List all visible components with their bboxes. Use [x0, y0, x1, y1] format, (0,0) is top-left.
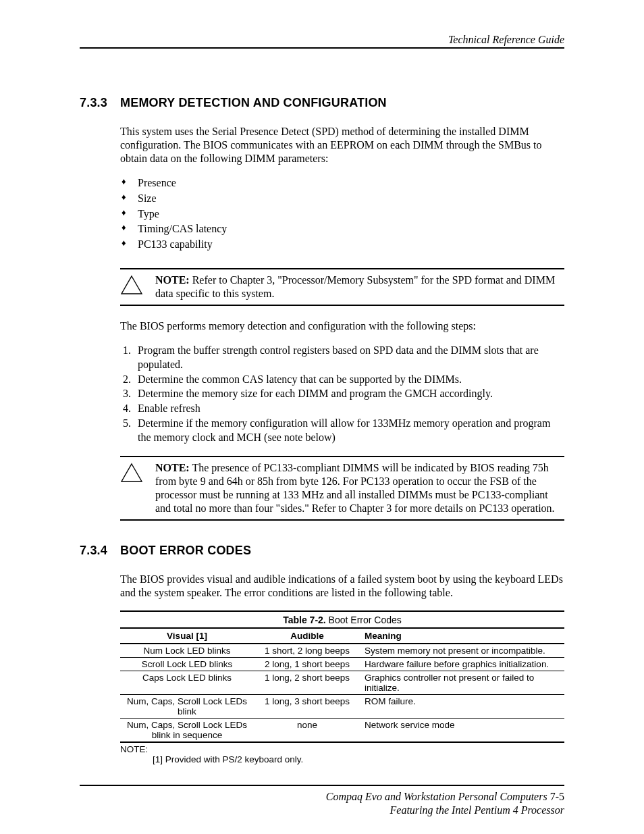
table-caption: Table 7-2. Boot Error Codes	[120, 611, 564, 628]
section-number: 7.3.3	[80, 96, 120, 110]
note-text: NOTE: The presence of PC133-compliant DI…	[155, 461, 564, 515]
note-body: Refer to Chapter 3, "Processor/Memory Su…	[155, 274, 555, 299]
section-7-3-3-body: This system uses the Serial Presence Det…	[120, 125, 564, 521]
page: Technical Reference Guide 7.3.3 MEMORY D…	[0, 0, 644, 834]
caution-triangle-icon	[120, 273, 155, 295]
list-item: Size	[120, 192, 564, 206]
table-header-row: Visual [1] Audible Meaning	[120, 628, 564, 644]
cell-visual: Num, Caps, Scroll Lock LEDs blink	[120, 694, 254, 718]
mid-paragraph: The BIOS performs memory detection and c…	[120, 319, 564, 333]
cell-audible: 1 short, 2 long beeps	[254, 644, 360, 658]
note-body: The presence of PC133-compliant DIMMS wi…	[155, 462, 555, 514]
caution-triangle-icon	[120, 461, 155, 483]
table-row: Num, Caps, Scroll Lock LEDs blink 1 long…	[120, 694, 564, 718]
page-footer: Compaq Evo and Workstation Personal Comp…	[80, 785, 564, 818]
bios-steps-list: Program the buffer strength control regi…	[120, 344, 564, 445]
note-box-2: NOTE: The presence of PC133-compliant DI…	[120, 456, 564, 521]
cell-audible: 1 long, 2 short beeps	[254, 671, 360, 694]
dimm-param-list: Presence Size Type Timing/CAS latency PC…	[120, 176, 564, 252]
footer-subtitle: Featuring the Intel Pentium 4 Processor	[80, 804, 564, 818]
list-item: Timing/CAS latency	[120, 222, 564, 236]
list-item: Enable refresh	[134, 402, 564, 416]
note-label: NOTE:	[155, 274, 190, 286]
intro-paragraph: This system uses the Serial Presence Det…	[120, 125, 564, 165]
running-header: Technical Reference Guide	[80, 34, 564, 49]
cell-audible: none	[254, 718, 360, 742]
note-box-1: NOTE: Refer to Chapter 3, "Processor/Mem…	[120, 268, 564, 306]
note-text: NOTE: Refer to Chapter 3, "Processor/Mem…	[155, 273, 564, 301]
section-7-3-3-heading: 7.3.3 MEMORY DETECTION AND CONFIGURATION	[80, 96, 564, 110]
table-row: Caps Lock LED blinks 1 long, 2 short bee…	[120, 671, 564, 694]
table-row: Num, Caps, Scroll Lock LEDs blink in seq…	[120, 718, 564, 742]
list-item: Determine if the memory configuration wi…	[134, 417, 564, 445]
cell-visual: Caps Lock LED blinks	[120, 671, 254, 694]
section-7-3-4-heading: 7.3.4 BOOT ERROR CODES	[80, 544, 564, 558]
section-number: 7.3.4	[80, 544, 120, 558]
table-note: NOTE: [1] Provided with PS/2 keyboard on…	[120, 744, 564, 764]
col-header-audible: Audible	[254, 628, 360, 644]
caption-number: Table 7-2.	[283, 615, 326, 625]
section-7-3-4-body: The BIOS provides visual and audible ind…	[120, 573, 564, 764]
cell-meaning: Hardware failure before graphics initial…	[360, 657, 564, 671]
list-item: Type	[120, 207, 564, 221]
list-item: PC133 capability	[120, 238, 564, 252]
table-row: Num Lock LED blinks 1 short, 2 long beep…	[120, 644, 564, 658]
list-item: Determine the common CAS latency that ca…	[134, 373, 564, 387]
footer-title: Compaq Evo and Workstation Personal Comp…	[326, 791, 547, 802]
cell-audible: 2 long, 1 short beeps	[254, 657, 360, 671]
intro-paragraph: The BIOS provides visual and audible ind…	[120, 573, 564, 600]
table-note-label: NOTE:	[120, 744, 148, 754]
caption-title: Boot Error Codes	[326, 615, 402, 625]
table-footnote: [1] Provided with PS/2 keyboard only.	[153, 754, 564, 764]
cell-meaning: Network service mode	[360, 718, 564, 742]
cell-visual: Num, Caps, Scroll Lock LEDs blink in seq…	[120, 718, 254, 742]
cell-meaning: System memory not present or incompatibl…	[360, 644, 564, 658]
cell-visual: Scroll Lock LED blinks	[120, 657, 254, 671]
note-label: NOTE:	[155, 462, 190, 473]
table-row: Scroll Lock LED blinks 2 long, 1 short b…	[120, 657, 564, 671]
page-number: 7-5	[547, 791, 564, 802]
section-title: MEMORY DETECTION AND CONFIGURATION	[120, 96, 564, 110]
col-header-meaning: Meaning	[360, 628, 564, 644]
boot-error-table: Table 7-2. Boot Error Codes Visual [1] A…	[120, 610, 564, 764]
section-title: BOOT ERROR CODES	[120, 544, 564, 558]
cell-audible: 1 long, 3 short beeps	[254, 694, 360, 718]
list-item: Program the buffer strength control regi…	[134, 344, 564, 372]
list-item: Determine the memory size for each DIMM …	[134, 387, 564, 401]
cell-visual: Num Lock LED blinks	[120, 644, 254, 658]
cell-meaning: Graphics controller not present or faile…	[360, 671, 564, 694]
col-header-visual: Visual [1]	[120, 628, 254, 644]
cell-meaning: ROM failure.	[360, 694, 564, 718]
list-item: Presence	[120, 176, 564, 190]
